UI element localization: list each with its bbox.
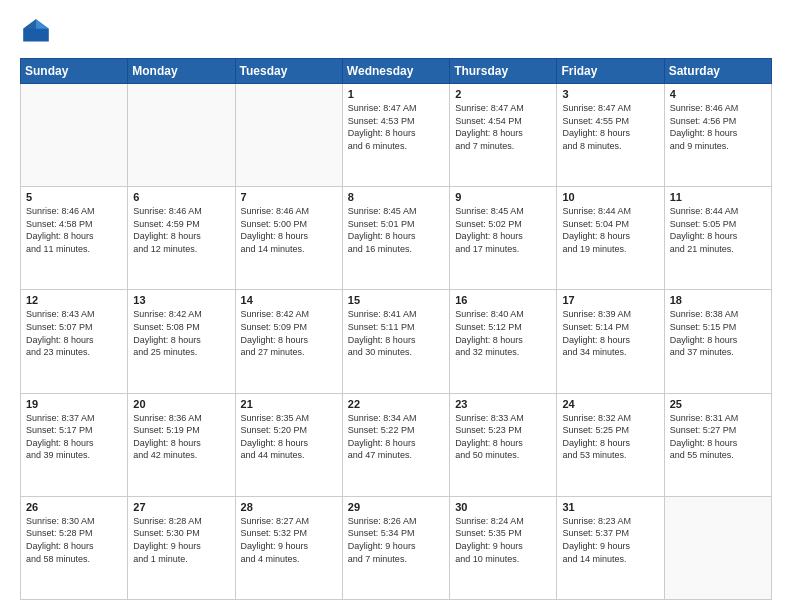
day-number: 28 xyxy=(241,501,337,513)
calendar-day: 5Sunrise: 8:46 AM Sunset: 4:58 PM Daylig… xyxy=(21,187,128,290)
weekday-header: Tuesday xyxy=(235,59,342,84)
calendar-week: 12Sunrise: 8:43 AM Sunset: 5:07 PM Dayli… xyxy=(21,290,772,393)
day-number: 23 xyxy=(455,398,551,410)
day-number: 10 xyxy=(562,191,658,203)
day-number: 26 xyxy=(26,501,122,513)
day-number: 12 xyxy=(26,294,122,306)
day-number: 11 xyxy=(670,191,766,203)
calendar-day: 21Sunrise: 8:35 AM Sunset: 5:20 PM Dayli… xyxy=(235,393,342,496)
day-info: Sunrise: 8:43 AM Sunset: 5:07 PM Dayligh… xyxy=(26,308,122,358)
calendar-week: 1Sunrise: 8:47 AM Sunset: 4:53 PM Daylig… xyxy=(21,84,772,187)
calendar-day xyxy=(21,84,128,187)
weekday-header: Monday xyxy=(128,59,235,84)
day-info: Sunrise: 8:33 AM Sunset: 5:23 PM Dayligh… xyxy=(455,412,551,462)
day-info: Sunrise: 8:28 AM Sunset: 5:30 PM Dayligh… xyxy=(133,515,229,565)
day-info: Sunrise: 8:34 AM Sunset: 5:22 PM Dayligh… xyxy=(348,412,444,462)
calendar-day: 26Sunrise: 8:30 AM Sunset: 5:28 PM Dayli… xyxy=(21,496,128,599)
calendar-day: 9Sunrise: 8:45 AM Sunset: 5:02 PM Daylig… xyxy=(450,187,557,290)
day-number: 18 xyxy=(670,294,766,306)
day-number: 20 xyxy=(133,398,229,410)
weekday-header: Thursday xyxy=(450,59,557,84)
calendar-day: 18Sunrise: 8:38 AM Sunset: 5:15 PM Dayli… xyxy=(664,290,771,393)
header-row: SundayMondayTuesdayWednesdayThursdayFrid… xyxy=(21,59,772,84)
calendar-header: SundayMondayTuesdayWednesdayThursdayFrid… xyxy=(21,59,772,84)
day-number: 8 xyxy=(348,191,444,203)
day-info: Sunrise: 8:23 AM Sunset: 5:37 PM Dayligh… xyxy=(562,515,658,565)
calendar-day: 10Sunrise: 8:44 AM Sunset: 5:04 PM Dayli… xyxy=(557,187,664,290)
calendar-day: 20Sunrise: 8:36 AM Sunset: 5:19 PM Dayli… xyxy=(128,393,235,496)
day-info: Sunrise: 8:47 AM Sunset: 4:53 PM Dayligh… xyxy=(348,102,444,152)
day-info: Sunrise: 8:46 AM Sunset: 4:59 PM Dayligh… xyxy=(133,205,229,255)
day-info: Sunrise: 8:26 AM Sunset: 5:34 PM Dayligh… xyxy=(348,515,444,565)
weekday-header: Saturday xyxy=(664,59,771,84)
calendar-day: 16Sunrise: 8:40 AM Sunset: 5:12 PM Dayli… xyxy=(450,290,557,393)
day-info: Sunrise: 8:24 AM Sunset: 5:35 PM Dayligh… xyxy=(455,515,551,565)
calendar-day: 15Sunrise: 8:41 AM Sunset: 5:11 PM Dayli… xyxy=(342,290,449,393)
calendar-day: 23Sunrise: 8:33 AM Sunset: 5:23 PM Dayli… xyxy=(450,393,557,496)
page: SundayMondayTuesdayWednesdayThursdayFrid… xyxy=(0,0,792,612)
calendar-day: 7Sunrise: 8:46 AM Sunset: 5:00 PM Daylig… xyxy=(235,187,342,290)
day-number: 22 xyxy=(348,398,444,410)
day-number: 19 xyxy=(26,398,122,410)
header xyxy=(20,16,772,48)
day-number: 3 xyxy=(562,88,658,100)
day-info: Sunrise: 8:46 AM Sunset: 4:56 PM Dayligh… xyxy=(670,102,766,152)
day-info: Sunrise: 8:31 AM Sunset: 5:27 PM Dayligh… xyxy=(670,412,766,462)
day-info: Sunrise: 8:41 AM Sunset: 5:11 PM Dayligh… xyxy=(348,308,444,358)
calendar-day xyxy=(128,84,235,187)
day-info: Sunrise: 8:47 AM Sunset: 4:54 PM Dayligh… xyxy=(455,102,551,152)
day-info: Sunrise: 8:27 AM Sunset: 5:32 PM Dayligh… xyxy=(241,515,337,565)
calendar-day: 25Sunrise: 8:31 AM Sunset: 5:27 PM Dayli… xyxy=(664,393,771,496)
day-info: Sunrise: 8:35 AM Sunset: 5:20 PM Dayligh… xyxy=(241,412,337,462)
day-number: 2 xyxy=(455,88,551,100)
calendar-day: 2Sunrise: 8:47 AM Sunset: 4:54 PM Daylig… xyxy=(450,84,557,187)
day-info: Sunrise: 8:46 AM Sunset: 4:58 PM Dayligh… xyxy=(26,205,122,255)
day-number: 13 xyxy=(133,294,229,306)
day-info: Sunrise: 8:36 AM Sunset: 5:19 PM Dayligh… xyxy=(133,412,229,462)
day-number: 14 xyxy=(241,294,337,306)
day-number: 5 xyxy=(26,191,122,203)
calendar-day: 8Sunrise: 8:45 AM Sunset: 5:01 PM Daylig… xyxy=(342,187,449,290)
day-number: 16 xyxy=(455,294,551,306)
day-info: Sunrise: 8:38 AM Sunset: 5:15 PM Dayligh… xyxy=(670,308,766,358)
logo-icon xyxy=(20,16,52,48)
svg-marker-2 xyxy=(23,19,36,29)
day-info: Sunrise: 8:42 AM Sunset: 5:09 PM Dayligh… xyxy=(241,308,337,358)
day-number: 21 xyxy=(241,398,337,410)
calendar-body: 1Sunrise: 8:47 AM Sunset: 4:53 PM Daylig… xyxy=(21,84,772,600)
weekday-header: Wednesday xyxy=(342,59,449,84)
calendar-week: 19Sunrise: 8:37 AM Sunset: 5:17 PM Dayli… xyxy=(21,393,772,496)
calendar-table: SundayMondayTuesdayWednesdayThursdayFrid… xyxy=(20,58,772,600)
day-info: Sunrise: 8:47 AM Sunset: 4:55 PM Dayligh… xyxy=(562,102,658,152)
day-info: Sunrise: 8:32 AM Sunset: 5:25 PM Dayligh… xyxy=(562,412,658,462)
calendar-day: 14Sunrise: 8:42 AM Sunset: 5:09 PM Dayli… xyxy=(235,290,342,393)
day-number: 9 xyxy=(455,191,551,203)
day-info: Sunrise: 8:42 AM Sunset: 5:08 PM Dayligh… xyxy=(133,308,229,358)
day-info: Sunrise: 8:30 AM Sunset: 5:28 PM Dayligh… xyxy=(26,515,122,565)
calendar-day: 30Sunrise: 8:24 AM Sunset: 5:35 PM Dayli… xyxy=(450,496,557,599)
calendar-day: 17Sunrise: 8:39 AM Sunset: 5:14 PM Dayli… xyxy=(557,290,664,393)
calendar-day: 12Sunrise: 8:43 AM Sunset: 5:07 PM Dayli… xyxy=(21,290,128,393)
day-info: Sunrise: 8:45 AM Sunset: 5:02 PM Dayligh… xyxy=(455,205,551,255)
calendar-day xyxy=(664,496,771,599)
day-number: 24 xyxy=(562,398,658,410)
day-info: Sunrise: 8:37 AM Sunset: 5:17 PM Dayligh… xyxy=(26,412,122,462)
svg-marker-1 xyxy=(36,19,49,29)
day-info: Sunrise: 8:39 AM Sunset: 5:14 PM Dayligh… xyxy=(562,308,658,358)
day-number: 30 xyxy=(455,501,551,513)
day-info: Sunrise: 8:40 AM Sunset: 5:12 PM Dayligh… xyxy=(455,308,551,358)
day-number: 1 xyxy=(348,88,444,100)
calendar-day: 1Sunrise: 8:47 AM Sunset: 4:53 PM Daylig… xyxy=(342,84,449,187)
calendar-day: 27Sunrise: 8:28 AM Sunset: 5:30 PM Dayli… xyxy=(128,496,235,599)
calendar-day: 6Sunrise: 8:46 AM Sunset: 4:59 PM Daylig… xyxy=(128,187,235,290)
day-number: 25 xyxy=(670,398,766,410)
calendar-day: 4Sunrise: 8:46 AM Sunset: 4:56 PM Daylig… xyxy=(664,84,771,187)
calendar-week: 26Sunrise: 8:30 AM Sunset: 5:28 PM Dayli… xyxy=(21,496,772,599)
day-number: 7 xyxy=(241,191,337,203)
calendar-day: 19Sunrise: 8:37 AM Sunset: 5:17 PM Dayli… xyxy=(21,393,128,496)
calendar-day: 3Sunrise: 8:47 AM Sunset: 4:55 PM Daylig… xyxy=(557,84,664,187)
day-number: 27 xyxy=(133,501,229,513)
day-info: Sunrise: 8:45 AM Sunset: 5:01 PM Dayligh… xyxy=(348,205,444,255)
calendar-day xyxy=(235,84,342,187)
calendar-day: 29Sunrise: 8:26 AM Sunset: 5:34 PM Dayli… xyxy=(342,496,449,599)
